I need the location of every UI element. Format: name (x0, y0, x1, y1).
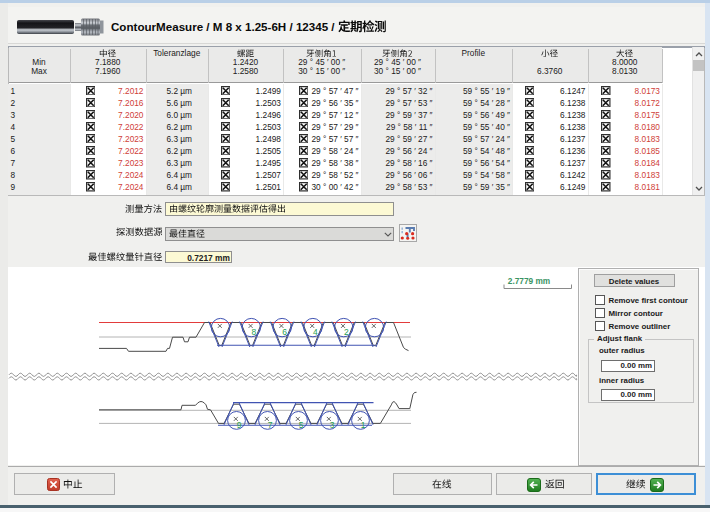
svg-text:7: 7 (268, 420, 273, 430)
svg-text:4: 4 (313, 327, 318, 337)
svg-text:2: 2 (344, 327, 349, 337)
svg-text:6: 6 (282, 327, 287, 337)
svg-text:3: 3 (330, 420, 335, 430)
svg-text:5: 5 (299, 420, 304, 430)
svg-text:2.7779 mm: 2.7779 mm (508, 276, 550, 286)
svg-text:9: 9 (237, 420, 242, 430)
svg-text:1: 1 (361, 420, 366, 430)
svg-text:8: 8 (252, 327, 257, 337)
